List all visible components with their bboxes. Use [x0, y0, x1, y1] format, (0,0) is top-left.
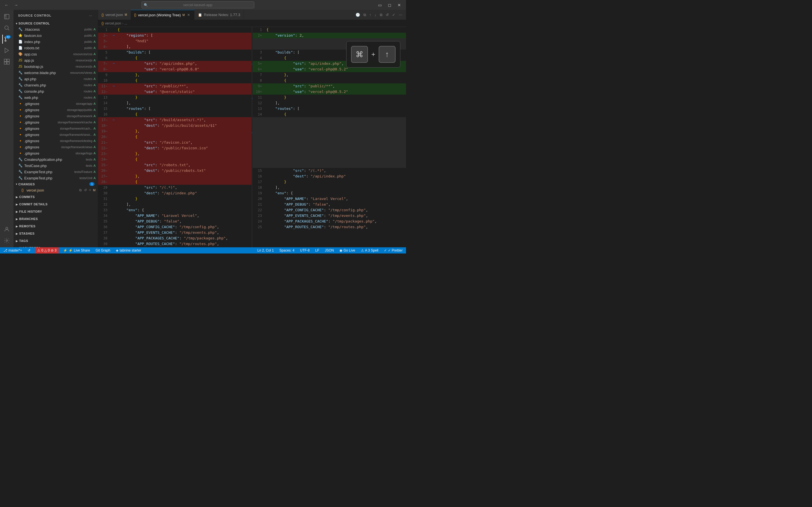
stashes-section[interactable]: ▶ STASHES	[13, 230, 98, 237]
tab-copy-button[interactable]: ⧉	[378, 12, 384, 18]
code-line-added: 9+ "src": "public/**",	[253, 83, 406, 89]
svg-rect-7	[7, 59, 9, 61]
file-icon: 🎨	[18, 52, 22, 56]
file-item-gitignore6[interactable]: 🔸 .gitignore storage/framework/sessi... …	[13, 131, 98, 138]
titlebar-search-input[interactable]	[142, 1, 254, 8]
file-item-gitignore9[interactable]: 🔸 .gitignore storage/logs A	[13, 150, 98, 156]
changed-file-verceljson[interactable]: {} vercel.json ⧉ ↺ + M	[13, 187, 98, 193]
tab-history-button[interactable]: 🕐	[354, 12, 361, 18]
titlebar-actions: ▭ ◻ ✕	[376, 2, 403, 8]
file-item-testcase[interactable]: 🔧 TestCase.php tests A	[13, 163, 98, 169]
file-item-gitignore7[interactable]: 🔸 .gitignore storage/framework/testing A	[13, 138, 98, 144]
file-item-htaccess[interactable]: 🔧 .htaccess public A	[13, 26, 98, 33]
tab-accept-button[interactable]: ✓	[391, 12, 397, 18]
stage-file-button[interactable]: +	[88, 188, 92, 192]
file-history-label: FILE HISTORY	[19, 210, 42, 213]
file-item-gitignore2[interactable]: 🔸 .gitignore storage/app/public A	[13, 107, 98, 113]
tab-up-button[interactable]: ↑	[368, 12, 373, 18]
branch-icon: ⎇	[3, 248, 7, 252]
file-item-gitignore8[interactable]: 🔸 .gitignore storage/framework/views A	[13, 144, 98, 150]
changes-count-badge: 1	[89, 182, 94, 186]
close-button[interactable]: ✕	[395, 2, 403, 8]
tab-revert-button[interactable]: ↺	[384, 12, 390, 18]
tab-split-button[interactable]: ⧉	[362, 12, 367, 18]
discard-file-button[interactable]: ↺	[83, 188, 88, 192]
branches-section[interactable]: ▶ BRANCHES	[13, 215, 98, 223]
file-item-webphp[interactable]: 🔧 web.php routes A	[13, 94, 98, 101]
status-git-graph[interactable]: Git Graph	[94, 247, 111, 253]
status-branch[interactable]: ⎇ master*+	[2, 247, 23, 253]
file-item-exampletest-feature[interactable]: 🔧 ExampleTest.php tests/Feature A	[13, 169, 98, 175]
tab-down-button[interactable]: ↓	[373, 12, 378, 18]
activity-search-icon[interactable]	[2, 23, 11, 33]
file-history-section[interactable]: ▶ FILE HISTORY	[13, 208, 98, 215]
tab-verceljson[interactable]: {} vercel.json M	[98, 10, 131, 20]
spaces-text: Spaces: 4	[280, 248, 294, 252]
code-line: 21 "APP_DEBUG": "false",	[253, 202, 406, 207]
file-item-favicon[interactable]: ⭐ favicon.ico public A	[13, 33, 98, 39]
status-spell[interactable]: ⚠ A 3 Spell	[360, 247, 379, 253]
keyboard-shortcut-overlay: ⌘ + ↑	[346, 41, 400, 68]
file-item-gitignore3[interactable]: 🔸 .gitignore storage/framework A	[13, 113, 98, 119]
status-sync[interactable]: ↺	[27, 247, 32, 253]
code-area-left[interactable]: 1 { 2– → "regions": [ 3–	[98, 27, 252, 247]
copy-file-button[interactable]: ⧉	[79, 188, 83, 192]
status-live-share[interactable]: ⚡ ⚡ Live Share	[62, 247, 91, 253]
file-item-channelsphp[interactable]: 🔧 channels.php routes A	[13, 82, 98, 88]
file-item-exampletest-unit[interactable]: 🔧 ExampleTest.php tests/Unit A	[13, 175, 98, 181]
maximize-button[interactable]: ◻	[386, 2, 394, 8]
file-item-gitignore5[interactable]: 🔸 .gitignore storage/framework/cach... A	[13, 125, 98, 131]
activity-extensions-icon[interactable]	[2, 57, 11, 66]
status-prettier[interactable]: ✓ ✓ Prettier	[383, 247, 404, 253]
file-item-welcomeblade[interactable]: 🔧 welcome.blade.php resources/views A	[13, 69, 98, 76]
tab-release-notes[interactable]: 📋 Release Notes: 1.77.3	[195, 10, 244, 20]
tab-close-button[interactable]: ✕	[186, 13, 191, 17]
sc-section-header[interactable]: ▾ SOURCE CONTROL	[13, 20, 98, 26]
status-errors[interactable]: ⚠ 0 △ 0 ⊘ 3	[35, 247, 59, 253]
worktrees-section[interactable]: ▶ WORKTREES	[13, 244, 98, 247]
activity-source-control-icon[interactable]: 83	[2, 35, 11, 44]
file-item-indexphp[interactable]: 📄 index.php public A	[13, 39, 98, 45]
commits-chevron-icon: ▶	[16, 195, 18, 199]
back-button[interactable]: ←	[3, 2, 10, 8]
remotes-section[interactable]: ▶ REMOTES	[13, 223, 98, 230]
file-item-apiphp[interactable]: 🔧 api.php routes A	[13, 76, 98, 82]
activity-explorer-icon[interactable]	[2, 12, 11, 21]
activity-accounts-icon[interactable]	[2, 225, 11, 234]
file-item-consolephp[interactable]: 🔧 console.php routes A	[13, 88, 98, 94]
activity-run-icon[interactable]	[2, 46, 11, 55]
activity-settings-icon[interactable]	[2, 236, 11, 245]
minimize-button[interactable]: ▭	[376, 2, 384, 8]
status-position[interactable]: Ln 2, Col 1	[256, 247, 275, 253]
tab-more-button[interactable]: ⋯	[397, 12, 404, 18]
forward-button[interactable]: →	[12, 2, 20, 8]
file-item-appjs[interactable]: JS app.js resources/js A	[13, 57, 98, 63]
status-tabnine[interactable]: ◈ tabnine starter	[115, 247, 142, 253]
sidebar-title: SOURCE CONTROL	[18, 14, 52, 17]
status-spaces[interactable]: Spaces: 4	[278, 247, 296, 253]
file-item-gitignore1[interactable]: 🔸 .gitignore storage/app A	[13, 101, 98, 107]
code-line: 24 "APP_PACKAGES_CACHE": "/tmp/packages.…	[253, 219, 406, 224]
file-item-gitignore4[interactable]: 🔸 .gitignore storage/framework/cache A	[13, 119, 98, 125]
code-line: 37 "APP_EVENTS_CACHE": "/tmp/events.php"…	[98, 230, 252, 235]
status-encoding[interactable]: UTF-8	[299, 247, 311, 253]
changed-file-icon: {}	[20, 188, 25, 192]
file-item-robotstxt[interactable]: 📄 robots.txt public A	[13, 45, 98, 51]
file-item-createsapp[interactable]: 🔧 CreatesApplication.php tests A	[13, 156, 98, 163]
code-line: 14 ],	[98, 100, 252, 106]
file-icon: 🔧	[18, 83, 22, 87]
status-language[interactable]: JSON	[324, 247, 335, 253]
status-go-live[interactable]: ◉ Go Live	[338, 247, 356, 253]
status-eol[interactable]: LF	[314, 247, 320, 253]
commit-details-label: COMMIT DETAILS	[19, 203, 48, 206]
commit-details-section[interactable]: ▶ COMMIT DETAILS	[13, 201, 98, 208]
file-item-bootstrapjs[interactable]: JS bootstrap.js resources/js A	[13, 63, 98, 69]
sidebar-more-actions-button[interactable]: ···	[88, 13, 93, 18]
tab-verceljson-working[interactable]: {} vercel.json (Working Tree) M ✕	[131, 10, 195, 20]
code-line: 16 "dest": "/api/index.php"	[253, 173, 406, 179]
tabnine-icon: ◈	[116, 248, 118, 252]
changes-section-header[interactable]: ▾ Changes 1	[13, 181, 98, 187]
commits-section[interactable]: ▶ COMMITS	[13, 193, 98, 201]
tags-section[interactable]: ▶ TAGS	[13, 237, 98, 244]
file-item-appcss[interactable]: 🎨 app.css resources/css A	[13, 51, 98, 57]
